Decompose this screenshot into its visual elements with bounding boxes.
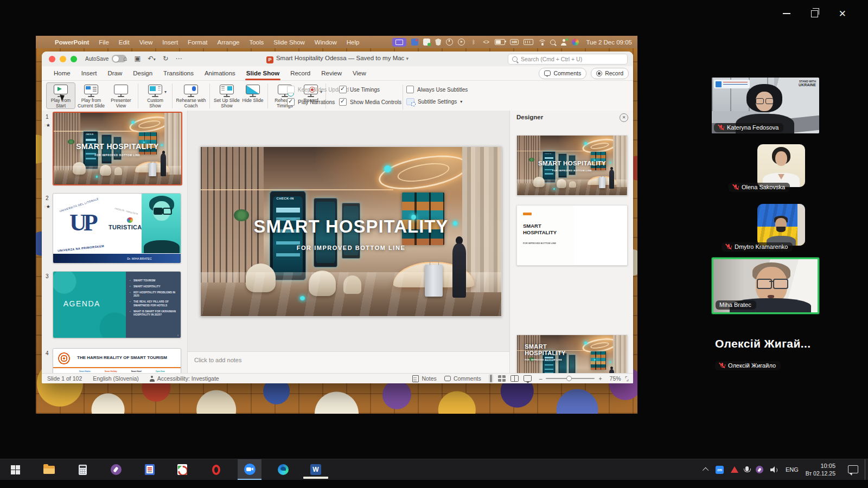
tab-review[interactable]: Review	[316, 66, 347, 80]
hidden-icons-chevron[interactable]	[703, 467, 709, 473]
designer-close-icon[interactable]: ✕	[620, 113, 628, 122]
menu-edit[interactable]: Edit	[114, 39, 135, 46]
zoom-out-button[interactable]: –	[539, 375, 542, 382]
clock-menu-icon[interactable]	[446, 38, 453, 46]
menu-file[interactable]: File	[94, 39, 114, 46]
menu-insert[interactable]: Insert	[157, 39, 183, 46]
custom-show-button[interactable]: ▾ Custom Show	[141, 82, 169, 108]
more-icon[interactable]: ⋯	[175, 54, 182, 62]
mic-tray-icon[interactable]	[745, 466, 749, 471]
menu-help[interactable]: Help	[342, 39, 365, 46]
start-button[interactable]	[3, 459, 27, 480]
battery-icon[interactable]	[495, 39, 505, 45]
tab-design[interactable]: Design	[127, 66, 158, 80]
notes-toggle[interactable]: Notes	[412, 375, 436, 382]
subtitle-settings-button[interactable]: Subtitle Settings▾	[406, 98, 468, 105]
design-suggestion-3[interactable]: CHECK-INSMART HOSPITALITYFOR IMPROVED BO…	[516, 335, 628, 373]
comments-button[interactable]: Comments	[539, 68, 586, 79]
slide-sorter-view-button[interactable]	[498, 375, 506, 382]
zoom-slider[interactable]	[546, 378, 595, 379]
documents-app-button[interactable]	[138, 459, 162, 480]
fit-slide-icon[interactable]: ⌜⌟	[625, 376, 628, 382]
tab-view[interactable]: View	[347, 66, 372, 80]
slide-1-thumbnail[interactable]: CHECK-INSMART HOSPITALITYFOR IMPROVED BO…	[53, 112, 182, 185]
home-icon[interactable]: ⌂	[123, 55, 127, 62]
comments-toggle[interactable]: Comments	[444, 375, 481, 382]
minimize-traffic-light[interactable]	[60, 56, 66, 62]
menu-format[interactable]: Format	[183, 39, 212, 46]
participant-avatar-olena[interactable]	[757, 144, 805, 187]
user-switch-icon[interactable]	[560, 39, 567, 46]
participant-video-miha-speaking[interactable]: Miha Bratec	[712, 258, 819, 314]
tab-insert[interactable]: Insert	[76, 66, 103, 80]
show-media-controls-checkbox[interactable]: Show Media Controls	[339, 98, 401, 106]
zoom-tray-icon[interactable]: zm	[716, 466, 724, 474]
menu-tools[interactable]: Tools	[244, 39, 269, 46]
tab-slide-show[interactable]: Slide Show	[241, 66, 285, 80]
hide-slide-button[interactable]: Hide Slide	[241, 82, 265, 103]
always-use-subtitles-checkbox[interactable]: Always Use Subtitles	[406, 86, 468, 93]
tab-transitions[interactable]: Transitions	[158, 66, 199, 80]
show-desktop-button[interactable]	[865, 459, 868, 480]
close-traffic-light[interactable]	[49, 56, 55, 62]
play-from-current-button[interactable]: Play from Current Slide	[75, 82, 107, 108]
viber-button[interactable]	[104, 459, 128, 480]
code-icon[interactable]: <>	[482, 38, 490, 46]
notes-pane[interactable]: Click to add notes	[188, 351, 509, 373]
meet-app-icon[interactable]	[411, 38, 418, 46]
play-circle-icon[interactable]	[458, 38, 465, 46]
keyboard-icon[interactable]	[524, 39, 533, 45]
calendar-icon[interactable]	[423, 38, 430, 46]
calculator-button[interactable]	[71, 459, 94, 480]
use-timings-checkbox[interactable]: Use Timings	[339, 86, 401, 93]
search-input[interactable]: Search (Cmd + Ctrl + U)	[508, 54, 628, 65]
rehearse-with-coach-button[interactable]: Rehearse with Coach	[175, 82, 207, 108]
normal-view-button[interactable]	[489, 374, 493, 383]
wifi-icon[interactable]	[538, 40, 545, 45]
opera-button[interactable]	[204, 459, 228, 480]
tab-home[interactable]: Home	[48, 66, 76, 80]
slideshow-view-button[interactable]	[524, 375, 532, 382]
tab-animations[interactable]: Animations	[199, 66, 241, 80]
undo-icon[interactable]: ↶▾	[148, 54, 156, 62]
zoom-slider-knob[interactable]	[566, 376, 572, 381]
media-app-button[interactable]	[170, 459, 194, 480]
participant-avatar-dmytro[interactable]	[757, 204, 805, 246]
zoom-percentage[interactable]: 75%	[606, 375, 621, 382]
play-from-start-button[interactable]: Play from Start	[46, 82, 75, 109]
menu-slide-show[interactable]: Slide Show	[269, 39, 310, 46]
language-indicator[interactable]: ENG	[786, 466, 799, 473]
set-up-slide-show-button[interactable]: Set Up Slide Show	[213, 82, 241, 108]
minimize-icon[interactable]	[783, 13, 790, 14]
close-icon[interactable]: ✕	[839, 9, 846, 18]
bluetooth-icon[interactable]: ᛒ	[470, 38, 477, 46]
file-explorer-button[interactable]	[37, 459, 61, 480]
design-suggestion-1[interactable]: CHECK-INSMART HOSPITALITYFOR IMPROVED BO…	[516, 135, 628, 196]
redo-icon[interactable]: ↻	[163, 54, 168, 62]
volume-icon[interactable]	[770, 466, 778, 473]
slide-4-thumbnail[interactable]: THE HARSH REALITY OF SMART TOURISM Smart…	[53, 348, 181, 373]
language-status[interactable]: English (Slovenia)	[93, 375, 139, 382]
spotlight-search-icon[interactable]	[550, 40, 556, 45]
tab-draw[interactable]: Draw	[102, 66, 127, 80]
screen-sharing-icon[interactable]	[392, 38, 406, 47]
taskbar-clock[interactable]: 10:05Вт 02.12.25	[806, 462, 835, 478]
presenter-view-button[interactable]: Presenter View	[107, 82, 135, 108]
zoom-app-button[interactable]	[238, 459, 261, 480]
tab-record[interactable]: Record	[285, 66, 316, 80]
reading-view-button[interactable]	[510, 375, 519, 382]
viber-tray-icon[interactable]	[756, 466, 763, 473]
menu-powerpoint[interactable]: PowerPoint	[50, 39, 94, 46]
restore-icon[interactable]	[811, 10, 818, 17]
slide-3-thumbnail[interactable]: AGENDA SMART TOURISM SMART HOSPITALITY K…	[53, 271, 181, 338]
zoom-traffic-light[interactable]	[71, 56, 77, 62]
zoom-in-button[interactable]: +	[598, 375, 602, 382]
save-icon[interactable]: ▣	[135, 54, 141, 62]
action-center-icon[interactable]	[848, 465, 858, 473]
record-button[interactable]: Record	[591, 68, 629, 79]
menu-window[interactable]: Window	[310, 39, 342, 46]
main-slide-canvas[interactable]: CHECK-INSMART HOSPITALITYFOR IMPROVED BO…	[200, 146, 502, 317]
menu-view[interactable]: View	[135, 39, 158, 46]
menubar-clock[interactable]: Tue 2 Dec 09:05	[586, 39, 632, 46]
alert-tray-icon[interactable]	[731, 466, 738, 473]
